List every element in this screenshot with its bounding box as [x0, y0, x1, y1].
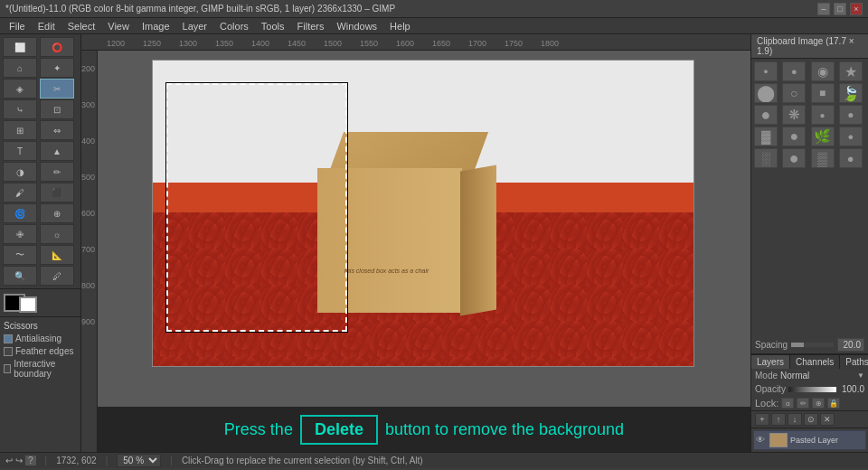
mode-arrow[interactable]: ▼ [857, 371, 864, 380]
ruler-v-tick: 700 [81, 231, 95, 268]
menu-item-colors[interactable]: Colors [214, 20, 254, 33]
raise-layer[interactable]: ↑ [771, 413, 786, 426]
menu-item-edit[interactable]: Edit [33, 20, 61, 33]
canvas-scroll[interactable]: this closed box acts as a chair Press th… [98, 51, 750, 452]
brush-cell-0[interactable]: ● [754, 61, 778, 81]
tool-eraser[interactable]: ⬛ [40, 183, 74, 202]
brush-cell-7[interactable]: 🍃 [839, 83, 863, 103]
tool-smudge[interactable]: 〜 [3, 245, 37, 265]
menu-item-view[interactable]: View [102, 20, 135, 33]
maximize-button[interactable]: □ [834, 3, 846, 15]
opacity-row: Opacity 100.0 [751, 382, 868, 396]
brush-cell-5[interactable]: ○ [782, 83, 806, 103]
tool-paths[interactable]: ⤷ [3, 99, 37, 119]
tool-text[interactable]: T [3, 141, 37, 161]
help-button[interactable]: ? [25, 456, 36, 465]
canvas-image: this closed box acts as a chair [152, 60, 694, 367]
menu-item-image[interactable]: Image [137, 20, 175, 33]
menu-item-help[interactable]: Help [384, 20, 416, 33]
tool-blend[interactable]: ◑ [3, 162, 37, 182]
close-button[interactable]: × [850, 3, 863, 15]
brush-cell-10[interactable]: ● [811, 105, 835, 125]
brushes-grid: ●●◉★⬤○■🍃●❋●●▓●🌿●░●▒● [751, 59, 868, 171]
tool-pencil[interactable]: ✏ [40, 162, 74, 182]
layer-row[interactable]: 👁 Pasted Layer [753, 430, 866, 450]
brush-cell-9[interactable]: ❋ [782, 105, 806, 125]
menu-item-layer[interactable]: Layer [177, 20, 213, 33]
duplicate-layer[interactable]: ⊙ [804, 413, 818, 426]
menu-item-tools[interactable]: Tools [256, 20, 290, 33]
interactive-check[interactable] [4, 364, 11, 373]
menu-item-filters[interactable]: Filters [292, 20, 330, 33]
menu-item-windows[interactable]: Windows [331, 20, 382, 33]
brush-cell-17[interactable]: ● [782, 148, 806, 168]
tool-flip[interactable]: ⇔ [40, 120, 74, 140]
tool-airbrush[interactable]: 🌀 [3, 203, 37, 223]
menu-item-file[interactable]: File [4, 20, 31, 33]
tool-transform[interactable]: ⊞ [3, 120, 37, 140]
option-feather[interactable]: Feather edges [4, 346, 77, 356]
brush-cell-3[interactable]: ★ [839, 61, 863, 81]
tool-free-select[interactable]: ⌂ [3, 58, 37, 78]
mode-value: Normal [780, 371, 854, 381]
new-layer[interactable]: + [755, 413, 769, 426]
tool-fuzzy-select[interactable]: ✦ [40, 58, 74, 78]
brush-cell-14[interactable]: 🌿 [811, 127, 835, 146]
brush-cell-15[interactable]: ● [839, 127, 863, 146]
tool-ellipse-select[interactable]: ⭕ [40, 37, 74, 57]
undo-button[interactable]: ↩ [5, 456, 13, 465]
lower-layer[interactable]: ↓ [788, 413, 802, 426]
background-color[interactable] [19, 296, 37, 313]
tool-zoom[interactable]: 🔍 [3, 266, 37, 286]
vertical-ruler: 200300400500600700800900 [81, 51, 98, 452]
brush-icon-5: ○ [790, 86, 797, 100]
tool-clone[interactable]: ⊕ [40, 203, 74, 223]
tool-measure[interactable]: 📐 [40, 245, 74, 265]
tool-dodge-burn[interactable]: ☼ [40, 224, 74, 244]
tool-paintbrush[interactable]: 🖌 [3, 183, 37, 202]
status-bar: ↩ ↪ ? | 1732, 602 | 50 % | Click-Drag to… [0, 452, 868, 468]
layers-tab-layers[interactable]: Layers [751, 355, 790, 369]
layer-name: Pasted Layer [790, 436, 838, 445]
lock-move-btn[interactable]: ⊕ [812, 398, 825, 409]
lock-paint-btn[interactable]: ✏ [797, 398, 809, 409]
brush-cell-4[interactable]: ⬤ [754, 83, 778, 103]
brush-cell-16[interactable]: ░ [754, 148, 778, 168]
delete-layer[interactable]: ✕ [820, 413, 835, 426]
tool-fill[interactable]: ▲ [40, 141, 74, 161]
brush-cell-13[interactable]: ● [782, 127, 806, 146]
tool-select-by-color[interactable]: ◈ [3, 79, 37, 99]
minimize-button[interactable]: – [817, 3, 830, 15]
lock-all-btn[interactable]: 🔒 [827, 398, 840, 409]
layers-tab-paths[interactable]: Paths [840, 355, 868, 369]
brush-cell-18[interactable]: ▒ [811, 148, 835, 168]
tool-heal[interactable]: ✙ [3, 224, 37, 244]
brush-cell-8[interactable]: ● [754, 105, 778, 125]
zoom-select[interactable]: 50 % [117, 454, 161, 467]
tool-crop[interactable]: ⊡ [40, 99, 74, 119]
brush-cell-12[interactable]: ▓ [754, 127, 778, 146]
tool-color-picker[interactable]: 🖊 [40, 266, 74, 286]
opacity-slider[interactable] [788, 387, 836, 392]
spacing-slider[interactable] [791, 343, 834, 347]
brush-cell-2[interactable]: ◉ [811, 61, 835, 81]
brush-cell-19[interactable]: ● [839, 148, 863, 168]
brush-cell-11[interactable]: ● [839, 105, 863, 125]
tool-rect-select[interactable]: ⬜ [3, 37, 37, 57]
redo-button[interactable]: ↪ [15, 456, 23, 465]
layers-tab-channels[interactable]: Channels [790, 355, 840, 369]
ruler-v-tick: 600 [81, 195, 95, 231]
brush-icon-12: ▓ [761, 129, 770, 144]
option-interactive[interactable]: Interactive boundary [4, 359, 77, 379]
feather-check[interactable] [4, 347, 13, 356]
brush-cell-1[interactable]: ● [782, 61, 806, 81]
antialiasing-check[interactable] [4, 334, 13, 343]
box-side-face [460, 164, 496, 315]
layer-visibility-icon[interactable]: 👁 [756, 435, 767, 446]
lock-alpha-btn[interactable]: α [781, 398, 794, 409]
tool-scissors-select[interactable]: ✂ [40, 79, 74, 99]
ruler-h-tick: 1800 [532, 39, 568, 48]
menu-item-select[interactable]: Select [62, 20, 101, 33]
brush-cell-6[interactable]: ■ [811, 83, 835, 103]
option-antialiasing[interactable]: Antialiasing [4, 334, 77, 343]
